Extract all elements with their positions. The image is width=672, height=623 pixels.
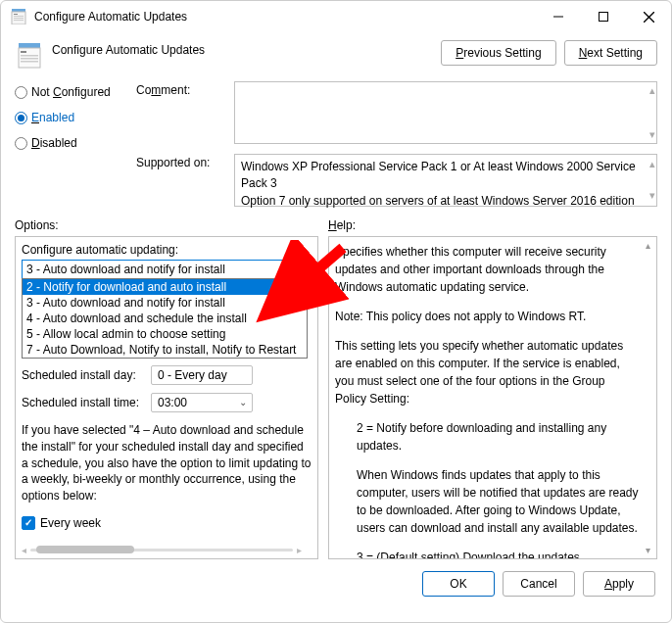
- every-week-label: Every week: [40, 516, 101, 530]
- radio-enabled[interactable]: Enabled: [15, 111, 122, 124]
- dropdown-option[interactable]: 4 - Auto download and schedule the insta…: [23, 311, 307, 326]
- comment-textarea[interactable]: ▴ ▾: [234, 81, 657, 144]
- chevron-down-icon: ⌄: [239, 397, 247, 407]
- radio-not-configured[interactable]: Not Configured: [15, 85, 122, 99]
- help-p: When Windows finds updates that apply to…: [335, 466, 639, 537]
- title-bar: Configure Automatic Updates: [1, 1, 671, 32]
- svg-rect-7: [600, 13, 608, 22]
- supported-on-text: Windows XP Professional Service Pack 1 o…: [234, 154, 657, 207]
- svg-rect-14: [21, 58, 38, 60]
- svg-rect-15: [21, 61, 38, 63]
- svg-rect-4: [14, 18, 24, 19]
- help-p: Note: This policy does not apply to Wind…: [335, 308, 639, 325]
- vertical-scrollbar[interactable]: ▴ ▾: [641, 238, 655, 557]
- options-header: Options:: [15, 218, 328, 232]
- help-panel: Specifies whether this computer will rec…: [328, 236, 657, 559]
- svg-rect-12: [21, 51, 26, 53]
- svg-rect-2: [14, 14, 18, 15]
- options-description: If you have selected "4 – Auto download …: [22, 422, 312, 504]
- dropdown-option[interactable]: 2 - Notify for download and auto install: [23, 279, 307, 295]
- minimize-button[interactable]: [536, 1, 581, 32]
- cancel-button[interactable]: Cancel: [503, 571, 575, 597]
- help-header: Help:: [328, 218, 356, 232]
- page-title: Configure Automatic Updates: [52, 40, 205, 57]
- dropdown-option[interactable]: 7 - Auto Download, Notify to install, No…: [23, 342, 307, 358]
- comment-label: Comment:: [136, 81, 226, 97]
- help-p: 2 = Notify before downloading and instal…: [335, 419, 639, 455]
- close-button[interactable]: [626, 1, 671, 32]
- previous-setting-button[interactable]: Previous Setting: [441, 40, 555, 66]
- help-p: Specifies whether this computer will rec…: [335, 243, 639, 296]
- apply-button[interactable]: Apply: [583, 571, 655, 597]
- svg-rect-10: [19, 43, 40, 48]
- header: Configure Automatic Updates Previous Set…: [1, 32, 671, 77]
- column-headers: Options: Help:: [1, 213, 671, 234]
- options-panel: Configure automatic updating: 3 - Auto d…: [15, 236, 318, 559]
- window-title: Configure Automatic Updates: [34, 10, 187, 24]
- app-icon: [11, 9, 26, 24]
- sched-day-label: Scheduled install day:: [22, 368, 147, 382]
- radio-disabled[interactable]: Disabled: [15, 136, 122, 150]
- horizontal-scrollbar[interactable]: ◂ ▸: [22, 545, 302, 554]
- help-p: This setting lets you specify whether au…: [335, 337, 639, 407]
- every-week-checkbox[interactable]: ✓ Every week: [22, 516, 312, 530]
- svg-rect-5: [14, 20, 24, 21]
- checkbox-icon: ✓: [22, 516, 35, 530]
- svg-rect-3: [14, 16, 24, 17]
- dialog-footer: OK Cancel Apply: [1, 567, 671, 610]
- help-p: 3 = (Default setting) Download the updat…: [335, 549, 639, 559]
- configure-updating-dropdown[interactable]: 3 - Auto download and notify for install…: [22, 260, 306, 279]
- ok-button[interactable]: OK: [422, 571, 495, 597]
- dropdown-option[interactable]: 5 - Allow local admin to choose setting: [23, 326, 307, 342]
- sched-time-label: Scheduled install time:: [22, 396, 147, 409]
- sched-time-select[interactable]: 03:00 ⌄: [151, 393, 253, 412]
- maximize-button[interactable]: [581, 1, 626, 32]
- dropdown-listbox[interactable]: 2 - Notify for download and auto install…: [22, 278, 308, 359]
- dropdown-option[interactable]: 3 - Auto download and notify for install: [23, 295, 307, 311]
- chevron-down-icon: ⌄: [293, 264, 301, 275]
- sched-day-select[interactable]: 0 - Every day: [151, 365, 253, 385]
- policy-icon: [15, 40, 46, 72]
- state-row: Not Configured Enabled Disabled Comment:…: [1, 77, 671, 213]
- supported-on-label: Supported on:: [136, 154, 226, 169]
- configure-updating-label: Configure automatic updating:: [22, 243, 312, 257]
- svg-rect-13: [21, 55, 38, 57]
- next-setting-button[interactable]: Next Setting: [564, 40, 657, 66]
